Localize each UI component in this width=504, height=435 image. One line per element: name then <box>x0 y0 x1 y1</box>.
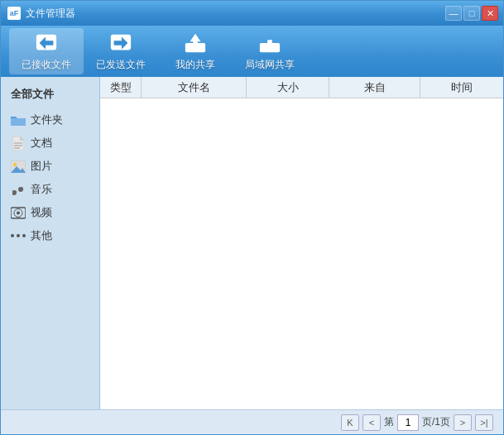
folder-icon <box>11 112 26 127</box>
toolbar-sent-label: 已发送文件 <box>96 58 146 72</box>
video-icon <box>11 205 26 220</box>
svg-point-19 <box>22 234 26 237</box>
sidebar-item-folder[interactable]: 文件夹 <box>1 108 99 131</box>
sidebar-item-music[interactable]: 音乐 <box>1 178 99 201</box>
sidebar-item-other-label: 其他 <box>31 228 52 243</box>
sidebar-item-doc-label: 文档 <box>31 136 52 151</box>
filelist-header: 类型 文件名 大小 来自 时间 <box>100 77 503 98</box>
sidebar-item-music-label: 音乐 <box>31 182 52 197</box>
other-icon <box>11 228 26 243</box>
toolbar: 已接收文件 已发送文件 我的共享 <box>1 26 503 77</box>
titlebar-left: aF 文件管理器 <box>7 7 75 21</box>
sidebar-item-video[interactable]: 视频 <box>1 201 99 224</box>
music-icon <box>11 182 26 197</box>
toolbar-received-label: 已接收文件 <box>22 58 71 72</box>
arrow-left-icon <box>35 31 58 55</box>
sidebar-item-video-label: 视频 <box>31 205 52 220</box>
page-next-button[interactable]: > <box>454 414 472 431</box>
filelist: 类型 文件名 大小 来自 时间 <box>100 77 503 409</box>
svg-point-16 <box>17 211 20 214</box>
page-suffix: 页/1页 <box>422 415 450 429</box>
image-icon <box>11 159 26 174</box>
page-input[interactable] <box>397 414 419 431</box>
page-first-button[interactable]: K <box>341 414 359 431</box>
window-title: 文件管理器 <box>26 7 75 21</box>
pagination: K < 第 页/1页 > >| <box>1 409 503 434</box>
sidebar: 全部文件 文件夹 <box>1 77 100 409</box>
toolbar-lanshare[interactable]: 局域网共享 <box>233 28 307 74</box>
svg-point-17 <box>11 234 14 237</box>
toolbar-myshare-label: 我的共享 <box>175 58 215 72</box>
maximize-button[interactable]: □ <box>463 6 480 21</box>
page-last-button[interactable]: >| <box>475 414 493 431</box>
svg-point-18 <box>17 234 20 237</box>
doc-icon <box>11 136 26 151</box>
sidebar-item-image[interactable]: 图片 <box>1 155 99 178</box>
close-button[interactable]: ✕ <box>482 6 498 21</box>
download-icon <box>258 31 281 55</box>
minimize-button[interactable]: — <box>445 6 462 21</box>
page-prefix: 第 <box>384 415 394 429</box>
titlebar: aF 文件管理器 — □ ✕ <box>1 1 503 26</box>
col-size-header: 大小 <box>247 77 329 98</box>
main-window: aF 文件管理器 — □ ✕ 已接收文件 <box>0 0 504 435</box>
main-content: 全部文件 文件夹 <box>1 77 503 409</box>
toolbar-sent[interactable]: 已发送文件 <box>84 28 158 74</box>
upload-icon <box>184 31 207 55</box>
sidebar-item-other[interactable]: 其他 <box>1 224 99 247</box>
sidebar-header: 全部文件 <box>1 84 99 108</box>
svg-point-12 <box>13 163 17 166</box>
toolbar-received[interactable]: 已接收文件 <box>9 28 84 74</box>
sidebar-item-image-label: 图片 <box>31 159 52 174</box>
col-from-header: 来自 <box>329 77 420 98</box>
arrow-right-icon <box>109 31 132 55</box>
col-time-header: 时间 <box>420 77 503 98</box>
page-prev-button[interactable]: < <box>362 414 381 431</box>
titlebar-controls: — □ ✕ <box>445 6 498 21</box>
col-name-header: 文件名 <box>142 77 247 98</box>
col-type-header: 类型 <box>100 77 142 98</box>
sidebar-item-folder-label: 文件夹 <box>31 112 63 127</box>
app-icon: aF <box>7 7 21 20</box>
sidebar-item-doc[interactable]: 文档 <box>1 131 99 155</box>
toolbar-lanshare-label: 局域网共享 <box>245 58 295 72</box>
filelist-body <box>100 98 503 409</box>
toolbar-myshare[interactable]: 我的共享 <box>158 28 233 74</box>
